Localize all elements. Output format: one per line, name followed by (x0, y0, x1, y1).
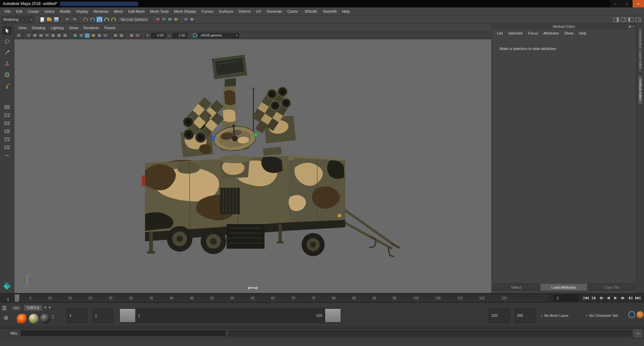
shelf-item-sphere-icon[interactable] (29, 314, 39, 324)
menu-cache[interactable]: Cache (285, 9, 301, 13)
animation-start-field[interactable]: 1 (67, 308, 88, 323)
script-editor-icon[interactable] (634, 330, 641, 337)
rotate-tool-button[interactable] (1, 70, 13, 80)
wireframe-icon[interactable] (72, 33, 78, 38)
snap-to-grid-icon[interactable] (82, 16, 89, 22)
ae-menu-help[interactable]: Help (576, 31, 589, 35)
menu-curves[interactable]: Curves (199, 9, 216, 13)
screen-space-ao-icon[interactable] (103, 33, 108, 38)
close-icon[interactable]: × (633, 25, 634, 28)
field-chart-icon[interactable] (50, 33, 56, 38)
panel-menu-shading[interactable]: Shading (29, 26, 48, 30)
go-to-end-button[interactable] (634, 294, 641, 302)
light-editor-icon[interactable] (189, 17, 195, 22)
step-forward-frame-button[interactable] (627, 294, 634, 302)
menu-uv[interactable]: UV (253, 9, 264, 13)
modeling-toolkit-toggle-icon[interactable] (613, 17, 619, 22)
hypershade-icon[interactable] (183, 17, 189, 22)
exposure-field[interactable]: 0.00 (151, 33, 166, 38)
layout-two-pane-button[interactable] (2, 120, 12, 127)
layout-single-pane-button[interactable] (2, 104, 12, 111)
command-result-field[interactable] (228, 330, 632, 337)
menu-help[interactable]: Help (339, 9, 352, 13)
tab-channel-box-layer-editor[interactable]: Channel Box / Layer Editor (638, 26, 643, 73)
make-live-icon[interactable] (110, 16, 117, 22)
menu-display[interactable]: Display (73, 9, 91, 13)
attribute-editor-title-bar[interactable]: Attribute Editor ▣ × (492, 24, 636, 29)
auto-keyframe-icon[interactable] (628, 311, 635, 318)
menu-mesh-tools[interactable]: Mesh Tools (147, 9, 171, 13)
playback-start-field[interactable]: 1 (92, 308, 113, 323)
motion-blur-icon[interactable] (113, 33, 118, 38)
camera-select-icon[interactable] (16, 33, 21, 38)
gear-icon[interactable] (4, 315, 8, 321)
minimize-button[interactable]: – (610, 0, 621, 7)
shadows-icon[interactable] (97, 33, 102, 38)
animation-preferences-icon[interactable] (637, 311, 644, 318)
range-start-handle[interactable] (120, 309, 135, 322)
time-slider-playhead[interactable] (15, 294, 19, 302)
menu-mesh-display[interactable]: Mesh Display (171, 9, 199, 13)
live-surface-field[interactable]: No Live Surface (117, 16, 150, 22)
dock-icon[interactable]: ▣ (628, 25, 631, 28)
anim-layer-dropdown[interactable]: ▾ No Anim Layer (540, 308, 583, 323)
layout-four-pane-button[interactable] (2, 112, 12, 119)
panel-menu-renderer[interactable]: Renderer (81, 26, 102, 30)
panel-menu-show[interactable]: Show (66, 26, 81, 30)
shaded-icon[interactable] (79, 33, 84, 38)
snap-to-point-icon[interactable] (96, 16, 103, 22)
ae-menu-focus[interactable]: Focus (525, 31, 541, 35)
menu-edit[interactable]: Edit (13, 9, 25, 13)
textured-icon[interactable] (85, 33, 90, 38)
step-back-key-button[interactable] (597, 294, 604, 302)
ipr-render-icon[interactable] (167, 17, 172, 22)
step-back-frame-button[interactable] (590, 294, 597, 302)
menu-deform[interactable]: Deform (236, 9, 253, 13)
redo-icon[interactable]: ↷ (71, 16, 78, 22)
new-scene-icon[interactable] (39, 16, 45, 22)
scale-tool-button[interactable] (1, 81, 13, 91)
time-slider[interactable]: 5101520253035404550556065707580859095100… (14, 294, 549, 302)
viewport[interactable]: Y persp (14, 39, 491, 293)
ae-menu-selected[interactable]: Selected (505, 31, 525, 35)
close-button[interactable]: × (633, 0, 644, 7)
panel-menu-view[interactable]: View (16, 26, 29, 30)
shelf-scroll-spinner[interactable]: ▴ ▾ (52, 314, 54, 320)
playback-end-field[interactable]: 120 (489, 308, 510, 323)
safe-title-icon[interactable] (62, 33, 68, 38)
render-current-frame-icon[interactable] (161, 17, 166, 22)
snap-to-curve-icon[interactable] (89, 16, 96, 22)
resolution-gate-icon[interactable] (38, 33, 44, 38)
menu-mesh[interactable]: Mesh (111, 9, 126, 13)
gate-mask-icon[interactable] (44, 33, 50, 38)
select-tool-button[interactable] (1, 25, 13, 36)
menu-file[interactable]: File (2, 9, 13, 13)
step-forward-key-button[interactable] (620, 294, 627, 302)
shelf-menu-icon[interactable] (2, 306, 6, 310)
film-gate-icon[interactable] (32, 33, 38, 38)
undo-icon[interactable]: ↶ (64, 16, 70, 22)
move-tool-button[interactable] (1, 59, 13, 69)
color-space-dropdown[interactable]: sRGB gamma ▾ (198, 33, 239, 38)
multisample-icon[interactable] (119, 33, 124, 38)
shelf-tab-bullet[interactable]: ullet (10, 304, 22, 311)
isolate-select-icon[interactable] (129, 33, 134, 38)
lasso-tool-button[interactable] (1, 37, 13, 47)
shelf-tab-turtle[interactable]: TURTLE (23, 304, 43, 311)
shelf-item-bullet-icon[interactable] (17, 314, 27, 324)
safe-action-icon[interactable] (56, 33, 62, 38)
command-line-language-toggle[interactable]: MEL (10, 331, 18, 335)
menu-edit-mesh[interactable]: Edit Mesh (126, 9, 147, 13)
model-sam-missile-trailer[interactable] (139, 53, 407, 264)
tab-attribute-editor[interactable]: Attribute Editor (638, 75, 643, 104)
render-settings-icon[interactable] (173, 17, 179, 22)
render-view-icon[interactable] (155, 17, 160, 22)
menu-create[interactable]: Create (25, 9, 42, 13)
layout-more-button[interactable] (2, 152, 12, 159)
menu-modify[interactable]: Modify (57, 9, 73, 13)
range-slider[interactable]: 1 120 (119, 308, 341, 323)
menu-surfaces[interactable]: Surfaces (216, 9, 236, 13)
xray-icon[interactable] (135, 33, 140, 38)
use-all-lights-icon[interactable] (91, 33, 96, 38)
spin-down-icon[interactable]: ▾ (52, 317, 54, 320)
